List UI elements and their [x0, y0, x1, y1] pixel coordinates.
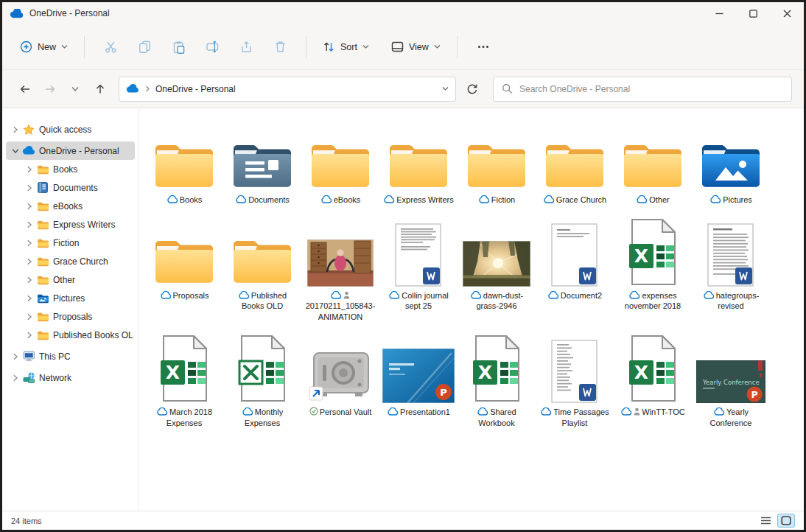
delete-button[interactable] — [263, 33, 297, 61]
file-item-yearly-conference[interactable]: Yearly ConferenceP Yearly Conference — [692, 331, 770, 428]
refresh-button[interactable] — [459, 77, 486, 101]
file-item-shared-workbook[interactable]: X Shared Workbook — [458, 331, 536, 428]
address-bar[interactable]: OneDrive - Personal — [119, 77, 456, 102]
sidebar-item-grace-church[interactable]: Grace Church — [6, 252, 135, 270]
file-item-document2[interactable]: Document2 — [536, 214, 614, 323]
sidebar-item-books[interactable]: Books — [6, 160, 135, 178]
file-item-grace-church[interactable]: Grace Church — [536, 119, 614, 206]
recent-locations-button[interactable] — [64, 78, 86, 100]
close-button[interactable] — [770, 2, 804, 24]
chevron-right-icon[interactable] — [23, 239, 35, 247]
sidebar-item-label: Fiction — [53, 238, 79, 248]
file-item-express-writers[interactable]: Express Writers — [379, 119, 458, 206]
sidebar-item-ebooks[interactable]: eBooks — [6, 197, 135, 215]
file-item-march-2018-expenses[interactable]: X March 2018 Expenses — [145, 331, 223, 428]
search-box[interactable] — [493, 77, 792, 102]
svg-text:X: X — [478, 362, 492, 383]
chevron-down-icon[interactable] — [9, 148, 21, 154]
forward-button[interactable] — [39, 78, 61, 100]
chevron-right-icon[interactable] — [9, 126, 21, 133]
sidebar-item-onedrive-personal[interactable]: OneDrive - Personal — [6, 141, 135, 160]
sidebar-item-label: Other — [53, 275, 75, 285]
cloud-status-icon — [388, 291, 402, 300]
maximize-button[interactable] — [736, 2, 770, 24]
cloud-status-icon — [242, 407, 255, 416]
view-button[interactable]: View — [384, 35, 448, 59]
chevron-right-icon[interactable] — [23, 184, 35, 192]
file-name: Other — [649, 195, 670, 204]
file-item-documents[interactable]: Documents — [223, 119, 301, 206]
sidebar-item-proposals[interactable]: Proposals — [6, 307, 135, 326]
file-item-expenses-november-2018[interactable]: X expenses november 2018 — [614, 214, 692, 323]
folder-icon — [153, 214, 216, 287]
sidebar-item-quick-access[interactable]: Quick access — [6, 120, 135, 139]
file-name: Documents — [248, 195, 290, 204]
paste-button[interactable] — [161, 33, 195, 61]
file-item-personal-vault[interactable]: Personal Vault — [301, 331, 379, 428]
chevron-right-icon[interactable] — [23, 203, 35, 210]
see-more-button[interactable] — [466, 33, 500, 61]
chevron-right-icon[interactable] — [23, 295, 35, 302]
share-button[interactable] — [229, 33, 263, 61]
sidebar-item-express-writers[interactable]: Express Writers — [6, 215, 135, 234]
new-button[interactable]: New — [13, 35, 75, 59]
file-label: 20170211_105843-ANIMATION — [305, 290, 376, 323]
sync-status-icon — [309, 407, 320, 416]
minimize-button[interactable] — [702, 2, 736, 24]
file-item-time-passages-playlist[interactable]: Time Passages Playlist — [536, 331, 614, 428]
file-name: eBooks — [334, 195, 361, 204]
file-item-monthly-expenses[interactable]: Monthly Expenses — [223, 331, 301, 428]
file-item-ebooks[interactable]: eBooks — [301, 119, 379, 206]
file-item-pictures[interactable]: Pictures — [692, 119, 770, 206]
view-button-label: View — [409, 42, 429, 52]
chevron-right-icon[interactable] — [9, 374, 21, 382]
file-name: Books — [180, 195, 203, 204]
chevron-right-icon[interactable] — [23, 221, 35, 228]
search-input[interactable] — [519, 84, 783, 94]
sidebar-item-other[interactable]: Other — [6, 270, 135, 289]
sidebar-item-published-books-ol[interactable]: Published Books OL — [6, 326, 135, 344]
copy-icon — [139, 41, 151, 53]
chevron-right-icon[interactable] — [23, 258, 35, 265]
sidebar-item-documents[interactable]: Documents — [6, 178, 135, 197]
copy-button[interactable] — [127, 33, 161, 61]
file-name: WinTT-TOC — [642, 407, 684, 416]
file-item-20170211-105843-animation[interactable]: 20170211_105843-ANIMATION — [301, 214, 379, 323]
file-item-hategroups-revised[interactable]: hategroups-revised — [692, 214, 770, 323]
rename-button[interactable] — [195, 33, 229, 61]
file-item-collin-journal-sept-25[interactable]: Collin journal sept 25 — [379, 214, 458, 323]
file-item-published-books-old[interactable]: Published Books OLD — [223, 214, 301, 323]
folder-icon — [231, 214, 294, 287]
chevron-right-icon[interactable] — [23, 166, 35, 173]
network-icon — [21, 372, 36, 383]
details-view-button[interactable] — [757, 514, 775, 528]
file-item-books[interactable]: Books — [145, 119, 223, 206]
file-item-other[interactable]: Other — [614, 119, 692, 206]
folder-icon — [35, 220, 50, 230]
large-icons-view-button[interactable] — [777, 514, 795, 528]
file-item-dawn-dust-grass-2946[interactable]: dawn-dust-grass-2946 — [458, 214, 536, 323]
sidebar-item-fiction[interactable]: Fiction — [6, 234, 135, 252]
chevron-right-icon[interactable] — [9, 353, 21, 360]
sort-button[interactable]: Sort — [315, 35, 376, 59]
up-button[interactable] — [89, 78, 111, 100]
chevron-right-icon[interactable] — [23, 313, 35, 321]
file-item-presentation1[interactable]: P Presentation1 — [379, 331, 458, 428]
sidebar-item-label: Pictures — [53, 293, 85, 304]
file-item-proposals[interactable]: Proposals — [145, 214, 223, 323]
chevron-right-icon[interactable] — [23, 332, 35, 339]
breadcrumb[interactable]: OneDrive - Personal — [155, 84, 236, 94]
cloud-status-icon — [383, 195, 396, 204]
file-item-fiction[interactable]: Fiction — [458, 119, 536, 206]
file-item-wintt-toc[interactable]: X WinTT-TOC — [614, 331, 692, 428]
sidebar-item-this-pc[interactable]: This PC — [6, 347, 135, 365]
cut-button[interactable] — [94, 33, 127, 61]
sidebar-item-network[interactable]: Network — [6, 368, 135, 387]
cut-icon — [105, 41, 117, 53]
chevron-right-icon[interactable] — [23, 276, 35, 284]
address-history-chevron-icon[interactable] — [442, 86, 449, 91]
shared-person-icon — [343, 291, 351, 300]
cloud-status-icon — [547, 291, 561, 300]
sidebar-item-pictures[interactable]: Pictures — [6, 289, 135, 307]
back-button[interactable] — [14, 78, 36, 100]
